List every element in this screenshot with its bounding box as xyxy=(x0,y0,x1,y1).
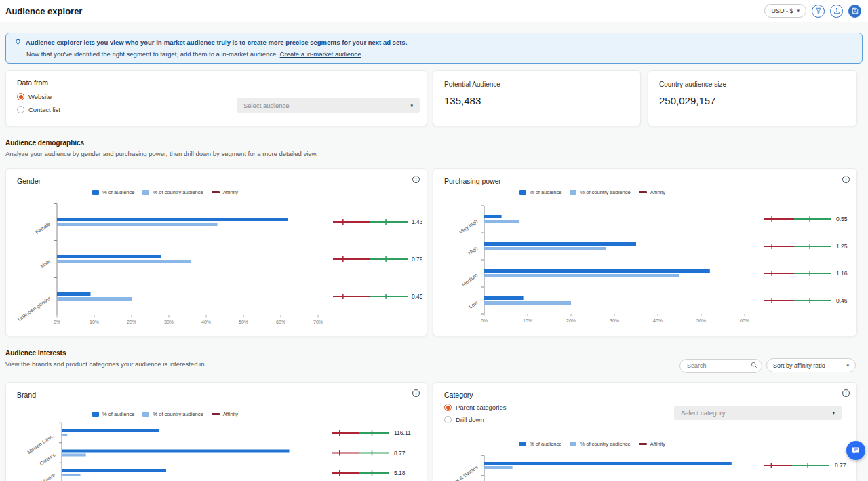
svg-text:20%: 20% xyxy=(566,318,576,323)
demographics-section-title: Audience demographics xyxy=(5,139,84,147)
gender-chart-title: Gender xyxy=(17,177,41,185)
legend-affinity-label: Affinity xyxy=(650,189,665,195)
chat-icon xyxy=(851,446,861,455)
save-button[interactable] xyxy=(848,5,861,18)
chevron-down-icon: ▾ xyxy=(846,363,849,368)
interests-section-title: Audience interests xyxy=(5,349,66,357)
purchasing-power-chart: Very high0.55High1.25Medium1.16Low0.460%… xyxy=(439,197,854,330)
svg-text:8.77: 8.77 xyxy=(394,450,406,457)
info-icon[interactable]: i xyxy=(842,176,850,183)
svg-text:1.25: 1.25 xyxy=(836,243,848,250)
affinity-swatch xyxy=(212,191,220,193)
banner-headline: Audience explorer lets you view who your… xyxy=(26,39,407,46)
svg-text:70%: 70% xyxy=(313,320,323,324)
brand-legend: % of audience % of country audience Affi… xyxy=(12,411,323,417)
audience-swatch xyxy=(92,412,99,417)
radio-website-label: Website xyxy=(28,93,52,100)
affinity-swatch xyxy=(212,413,220,415)
data-from-title: Data from xyxy=(17,79,48,87)
purchasing-power-legend: % of audience % of country audience Affi… xyxy=(439,189,751,195)
svg-text:0.46: 0.46 xyxy=(836,297,848,304)
legend-affinity-label: Affinity xyxy=(223,411,238,417)
gender-legend: % of audience % of country audience Affi… xyxy=(12,189,323,195)
export-button[interactable] xyxy=(830,5,843,18)
legend-audience-label: % of audience xyxy=(530,189,562,195)
svg-text:0%: 0% xyxy=(481,318,488,323)
radio-parent-categories-label: Parent categories xyxy=(456,404,506,411)
potential-audience-label: Potential Audience xyxy=(444,81,500,88)
upload-icon xyxy=(833,7,840,14)
svg-text:10%: 10% xyxy=(90,320,99,324)
create-audience-link[interactable]: Create a in-market audience xyxy=(280,50,361,58)
svg-text:8.77: 8.77 xyxy=(835,462,846,469)
select-audience-placeholder: Select audience xyxy=(243,102,290,109)
chevron-down-icon: ▾ xyxy=(832,410,835,416)
info-icon[interactable]: i xyxy=(412,176,420,183)
svg-text:0.55: 0.55 xyxy=(836,216,848,223)
audience-swatch xyxy=(92,190,99,195)
chat-launcher-button[interactable] xyxy=(846,441,865,460)
search-input[interactable] xyxy=(679,359,762,373)
gender-card: Gender i % of audience % of country audi… xyxy=(5,168,427,336)
radio-drill-down-label: Drill down xyxy=(456,416,484,423)
audience-swatch xyxy=(519,190,526,195)
svg-text:Very high: Very high xyxy=(458,218,479,235)
potential-audience-value: 135,483 xyxy=(444,95,481,107)
save-icon xyxy=(852,7,859,14)
country-swatch xyxy=(570,190,576,195)
radio-dot xyxy=(17,106,24,113)
funnel-icon xyxy=(815,7,822,14)
legend-country-label: % of country audience xyxy=(153,189,203,195)
svg-text:50%: 50% xyxy=(239,320,248,324)
svg-text:Male: Male xyxy=(39,258,52,269)
radio-drill-down[interactable]: Drill down xyxy=(444,416,484,423)
select-audience-dropdown[interactable]: Select audience ▾ xyxy=(237,98,420,113)
svg-text:60%: 60% xyxy=(740,318,749,323)
info-banner: Audience explorer lets you view who your… xyxy=(5,33,863,64)
svg-text:Medium: Medium xyxy=(460,272,479,288)
interests-section-subtitle: View the brands and product categories y… xyxy=(5,360,206,368)
svg-text:Low: Low xyxy=(468,299,479,310)
country-swatch xyxy=(570,442,576,446)
banner-body: Now that you've identified the right seg… xyxy=(26,50,278,58)
info-icon[interactable]: i xyxy=(842,389,850,397)
svg-text:30%: 30% xyxy=(610,318,619,323)
svg-text:Ace Hardware: Ace Hardware xyxy=(26,472,56,481)
potential-audience-card: Potential Audience 135,483 xyxy=(433,70,641,126)
purchasing-power-card: Purchasing power i % of audience % of co… xyxy=(433,168,857,336)
currency-label: USD - $ xyxy=(771,7,793,14)
radio-dot xyxy=(444,416,452,423)
legend-country-label: % of country audience xyxy=(580,189,630,195)
affinity-swatch xyxy=(639,191,647,193)
banner-headline-row: Audience explorer lets you view who your… xyxy=(14,39,854,46)
purchasing-power-chart-title: Purchasing power xyxy=(444,177,501,185)
legend-country-label: % of country audience xyxy=(153,411,203,417)
svg-text:40%: 40% xyxy=(201,320,211,324)
category-chart-title: Category xyxy=(444,391,473,399)
radio-website[interactable]: Website xyxy=(17,93,52,100)
svg-text:1.43: 1.43 xyxy=(412,218,422,225)
svg-text:40%: 40% xyxy=(653,318,663,323)
info-icon[interactable]: i xyxy=(412,389,420,397)
filter-button[interactable] xyxy=(812,5,825,18)
currency-selector[interactable]: USD - $ ▾ xyxy=(764,4,806,18)
svg-text:20%: 20% xyxy=(127,320,136,324)
select-category-dropdown[interactable]: Select category ▾ xyxy=(674,406,842,420)
svg-text:5.18: 5.18 xyxy=(394,469,406,476)
legend-affinity-label: Affinity xyxy=(650,441,665,447)
demographics-section-subtitle: Analyze your audience by gender and purc… xyxy=(5,150,318,157)
svg-text:Unknown gender: Unknown gender xyxy=(17,295,52,322)
radio-parent-categories[interactable]: Parent categories xyxy=(444,404,506,411)
search-icon xyxy=(751,362,757,368)
legend-audience-label: % of audience xyxy=(530,441,562,447)
affinity-swatch xyxy=(639,443,647,445)
sort-dropdown[interactable]: Sort by affinity ratio ▾ xyxy=(766,358,856,372)
country-swatch xyxy=(142,412,149,417)
legend-country-label: % of country audience xyxy=(580,441,630,447)
svg-text:Toys & Games: Toys & Games xyxy=(448,464,479,481)
sort-label: Sort by affinity ratio xyxy=(773,362,825,369)
search-wrap xyxy=(679,358,762,372)
radio-contact-list[interactable]: Contact list xyxy=(17,106,60,113)
country-swatch xyxy=(142,190,149,195)
country-audience-label: Country audience size xyxy=(659,81,726,88)
